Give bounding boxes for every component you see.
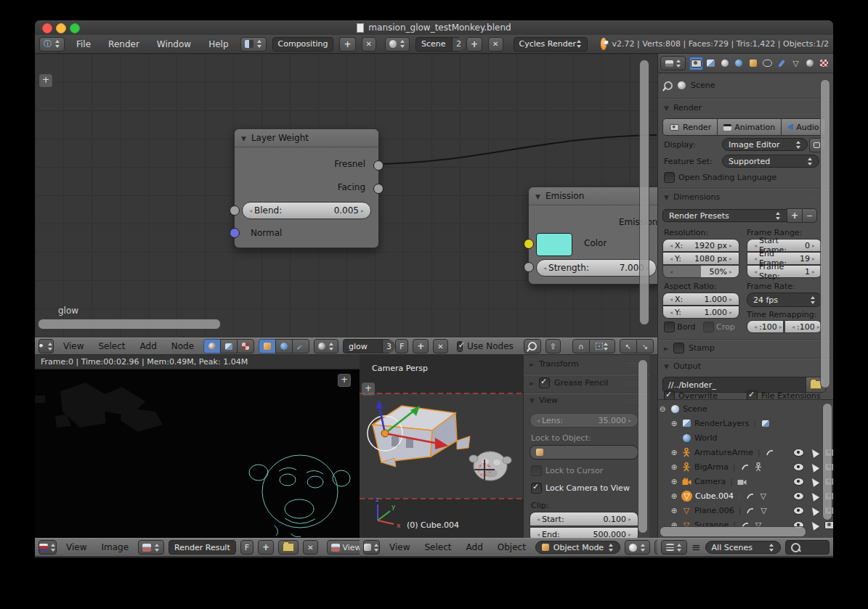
new-image-button[interactable]: [258, 540, 274, 555]
add-scene-button[interactable]: [466, 37, 482, 52]
strength-input-socket[interactable]: [524, 262, 534, 272]
border-checkbox[interactable]: [664, 322, 675, 332]
paste-nodes-button[interactable]: ↘: [636, 339, 654, 353]
panel-view[interactable]: View::::: [530, 396, 638, 405]
tab-modifiers[interactable]: [775, 57, 789, 70]
outliner-row-renderlayers[interactable]: ⊕ RenderLayers |: [658, 416, 833, 430]
file-extensions-checkbox[interactable]: [747, 391, 758, 399]
object-shader-button[interactable]: [259, 339, 276, 353]
copy-nodes-button[interactable]: ↖: [620, 339, 637, 353]
normal-input-socket[interactable]: [230, 228, 240, 238]
snap-target-button[interactable]: [589, 339, 615, 353]
display-mode-select[interactable]: All Scenes: [705, 541, 781, 554]
outliner-row-scene[interactable]: ⊖ Scene: [658, 401, 833, 416]
snap-toggle-button[interactable]: ∩: [572, 339, 590, 353]
outliner-search-field[interactable]: [785, 540, 830, 555]
editor-type-button[interactable]: [661, 540, 687, 555]
properties-scrollbar[interactable]: [820, 79, 830, 388]
fresnel-output-socket[interactable]: [373, 160, 384, 171]
editor-type-button[interactable]: [38, 540, 57, 555]
tab-render-layers[interactable]: [704, 57, 718, 70]
resolution-percentage-slider[interactable]: 50%: [662, 265, 739, 278]
grease-pencil-checkbox[interactable]: [539, 377, 550, 388]
parent-node-tree-button[interactable]: ⇧: [545, 339, 561, 353]
mode-select[interactable]: Object Mode: [535, 541, 620, 554]
outliner-horizontal-scrollbar[interactable]: [660, 526, 806, 537]
expand-icon[interactable]: ⊕: [670, 507, 678, 515]
resolution-y-field[interactable]: Y:1080 px: [662, 252, 739, 265]
panel-dimensions[interactable]: Dimensions::::: [664, 192, 822, 202]
resolution-x-field[interactable]: X:1920 px: [662, 239, 739, 252]
horizontal-scrollbar[interactable]: [38, 319, 221, 330]
filter-menu-icon[interactable]: ≡: [691, 541, 701, 554]
pin-icon[interactable]: [662, 79, 675, 91]
compositing-nodes-button[interactable]: [220, 339, 238, 353]
selectable-toggle-icon[interactable]: [809, 491, 820, 502]
menu-select[interactable]: Select: [93, 340, 130, 353]
material-users-count[interactable]: 3: [382, 340, 395, 353]
n-panel-scrollbar[interactable]: [638, 359, 648, 534]
tab-texture[interactable]: [817, 57, 831, 70]
frame-rate-select[interactable]: 24 fps: [747, 293, 822, 307]
color-input-socket[interactable]: [524, 239, 534, 249]
expand-icon[interactable]: ⊕: [670, 463, 678, 471]
menu-file[interactable]: File: [70, 38, 97, 51]
remap-old-field[interactable]: :100: [747, 320, 784, 333]
unlink-material-button[interactable]: [433, 339, 447, 353]
tab-world[interactable]: [732, 57, 746, 70]
emission-color-swatch[interactable]: [536, 233, 572, 256]
new-material-button[interactable]: [413, 339, 429, 353]
vertical-scrollbar[interactable]: [639, 60, 649, 325]
render-toggle-icon[interactable]: [824, 521, 833, 529]
render-audio-button[interactable]: Audio: [781, 118, 825, 136]
expand-icon[interactable]: ⊕: [670, 420, 678, 428]
menu-image[interactable]: Image: [96, 541, 134, 554]
screen-layout-field[interactable]: Compositing: [272, 37, 334, 52]
shader-nodes-button[interactable]: [203, 339, 221, 353]
use-nodes-checkbox[interactable]: [457, 341, 463, 352]
selectable-toggle-icon[interactable]: [809, 462, 820, 473]
menu-select[interactable]: Select: [419, 541, 456, 554]
hide-toggle-icon[interactable]: [793, 463, 804, 471]
expand-region-button[interactable]: +: [39, 74, 52, 87]
blend-input-socket[interactable]: [230, 205, 240, 216]
panel-output[interactable]: Output::::: [664, 361, 822, 371]
scene-users-count[interactable]: 2: [452, 38, 465, 51]
image-browse-button[interactable]: [138, 540, 164, 555]
line-style-shader-button[interactable]: [292, 339, 309, 353]
aspect-x-field[interactable]: X:1.000: [662, 293, 739, 306]
remove-preset-button[interactable]: −: [802, 208, 817, 223]
tab-object[interactable]: [747, 57, 760, 70]
lens-field[interactable]: Lens:35.000: [530, 413, 638, 428]
render-still-button[interactable]: Render: [662, 118, 718, 136]
scene-field[interactable]: Scene2: [415, 37, 461, 52]
display-channels-select[interactable]: View: [327, 540, 360, 555]
remap-new-field[interactable]: :100: [784, 320, 822, 333]
node-layer-weight[interactable]: Layer Weight Fresnel Facing Blend:0.005 …: [234, 128, 379, 248]
outliner-row-bigarma[interactable]: ⊕ BigArma |: [658, 459, 833, 474]
delete-scene-button[interactable]: [488, 37, 503, 52]
menu-render[interactable]: Render: [102, 38, 145, 51]
image-name-field[interactable]: Render Result: [169, 540, 236, 555]
viewport-shading-select[interactable]: [625, 540, 650, 555]
menu-object[interactable]: Object: [492, 541, 531, 554]
overwrite-checkbox[interactable]: [664, 391, 675, 399]
render-animation-button[interactable]: Animation: [717, 118, 782, 136]
tab-scene[interactable]: [718, 57, 731, 70]
add-preset-button[interactable]: [787, 208, 803, 223]
outliner-row-armaturearme[interactable]: ⊕ ArmatureArme |: [658, 445, 833, 459]
crop-checkbox[interactable]: [703, 322, 714, 332]
render-engine-select[interactable]: Cycles Render: [514, 37, 588, 52]
world-shader-button[interactable]: [275, 339, 293, 353]
hide-toggle-icon[interactable]: [793, 492, 804, 500]
render-presets-select[interactable]: Render Presets: [662, 209, 787, 222]
expand-icon[interactable]: ⊕: [670, 478, 678, 486]
feature-set-select[interactable]: Supported: [722, 155, 819, 168]
lock-object-field[interactable]: [530, 445, 638, 459]
lock-to-cursor-checkbox[interactable]: [531, 465, 542, 476]
outliner-row-camera[interactable]: ⊕ Camera |: [658, 474, 833, 489]
fake-user-button[interactable]: F: [240, 540, 253, 555]
display-select[interactable]: Image Editor: [722, 138, 808, 151]
collapse-node-icon[interactable]: [241, 133, 246, 143]
menu-view[interactable]: View: [58, 340, 89, 353]
